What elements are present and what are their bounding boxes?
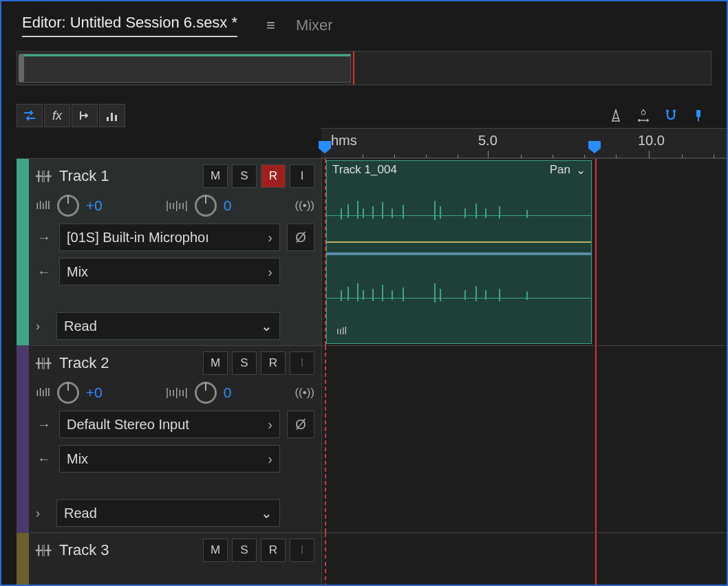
chevron-down-icon[interactable]: ⌄	[576, 163, 586, 177]
playhead-line[interactable]	[595, 533, 597, 585]
tab-mixer[interactable]: Mixer	[296, 17, 333, 34]
waveform-icon: ╋╫╋	[36, 358, 52, 369]
mute-button[interactable]: M	[203, 164, 228, 188]
track-list: ╋╫╋ Track 1 M S R I ılıll +0 |ıı|ıı| 0 (…	[17, 158, 727, 585]
timeline-overview[interactable]	[17, 51, 711, 85]
track-controls: ╋╫╋ Track 2 M S R I ılıll +0 |ıı|ıı| 0 (…	[29, 346, 321, 532]
hamburger-icon[interactable]: ≡	[266, 17, 275, 34]
selection-start-line	[325, 346, 326, 532]
pan-envelope[interactable]	[327, 252, 591, 255]
fx-icon[interactable]: fx	[44, 104, 70, 127]
svg-rect-4	[696, 110, 700, 117]
output-select[interactable]: Mix›	[59, 445, 280, 473]
monitor-input-button[interactable]: I	[290, 164, 314, 188]
track-toolbar: fx	[17, 102, 711, 129]
volume-scale-icon: ılıll	[36, 386, 50, 400]
solo-button[interactable]: S	[232, 164, 257, 188]
panel-tabs: Editor: Untitled Session 6.sesx * ≡ Mixe…	[1, 1, 727, 43]
output-select[interactable]: Mix›	[59, 258, 280, 285]
playhead-line[interactable]	[595, 159, 597, 345]
svg-point-3	[641, 111, 645, 115]
track-color-bar[interactable]	[17, 159, 29, 345]
audio-clip[interactable]: Track 1_004 Pan ⌄ ııIl	[326, 160, 592, 344]
chevron-right-icon: ›	[268, 417, 272, 433]
sends-icon[interactable]	[72, 104, 98, 127]
ruler-tick-10: 10.0	[638, 133, 665, 149]
automation-mode-select[interactable]: Read⌄	[56, 312, 280, 340]
volume-value[interactable]: +0	[86, 197, 103, 214]
solo-button[interactable]: S	[232, 539, 257, 562]
ruler-unit: hms	[331, 133, 357, 149]
ruler-tick-5: 5.0	[478, 133, 497, 149]
playhead-pin-icon[interactable]	[685, 104, 711, 127]
overview-handle-left[interactable]	[19, 54, 24, 82]
mute-button[interactable]: M	[203, 351, 228, 375]
pan-value[interactable]: 0	[224, 197, 232, 214]
overview-playhead[interactable]	[353, 52, 354, 85]
svg-rect-0	[107, 117, 109, 121]
volume-value[interactable]: +0	[86, 384, 103, 401]
input-arrow-icon: →	[36, 417, 52, 433]
solo-button[interactable]: S	[232, 351, 257, 375]
monitor-input-button[interactable]: I	[290, 539, 314, 562]
track-color-bar[interactable]	[17, 346, 29, 532]
arm-record-button[interactable]: R	[261, 164, 286, 188]
volume-envelope[interactable]	[327, 241, 591, 243]
volume-scale-icon: ılıll	[36, 199, 50, 213]
pan-knob[interactable]	[195, 382, 217, 404]
playhead-line[interactable]	[595, 346, 597, 532]
clip-name: Track 1_004	[332, 163, 397, 177]
inputs-outputs-icon[interactable]	[17, 104, 43, 127]
track-content[interactable]	[321, 346, 727, 532]
clip-menu-label[interactable]: Pan	[550, 163, 570, 177]
phase-button[interactable]: Ø	[287, 411, 314, 438]
input-select[interactable]: [01S] Built-in Microphoı›	[59, 224, 280, 251]
selection-start-line	[325, 533, 326, 585]
waveform-icon: ╋╫╋	[36, 171, 52, 182]
output-arrow-icon: ←	[36, 264, 52, 280]
monitor-input-button[interactable]: I	[290, 351, 314, 375]
pan-scale-icon: |ıı|ıı|	[166, 199, 188, 213]
track-name[interactable]: Track 1	[59, 167, 196, 185]
stereo-icon[interactable]: ((•))	[295, 386, 314, 400]
arm-record-button[interactable]: R	[261, 351, 286, 375]
time-ruler[interactable]: hms 5.0 10.0	[321, 128, 727, 158]
track-content[interactable]	[321, 533, 727, 585]
metronome-icon[interactable]	[603, 104, 629, 127]
phase-button[interactable]: Ø	[287, 224, 314, 251]
svg-rect-2	[115, 115, 117, 121]
expand-icon[interactable]: ›	[36, 319, 50, 334]
track-row: ╋╫╋ Track 2 M S R I ılıll +0 |ıı|ıı| 0 (…	[17, 345, 727, 532]
span-icon[interactable]	[630, 104, 656, 127]
expand-icon[interactable]: ›	[36, 506, 50, 521]
track-color-bar[interactable]	[17, 533, 29, 585]
mute-button[interactable]: M	[203, 539, 228, 562]
track-name[interactable]: Track 3	[59, 541, 196, 559]
eq-icon[interactable]	[99, 104, 125, 127]
arm-record-button[interactable]: R	[261, 539, 286, 562]
track-content[interactable]: Track 1_004 Pan ⌄ ııIl	[321, 159, 727, 345]
output-arrow-icon: ←	[36, 451, 52, 467]
chevron-right-icon: ›	[268, 264, 272, 280]
pan-knob[interactable]	[195, 195, 217, 217]
clip-volume-icon[interactable]: ııIl	[336, 325, 347, 336]
in-marker[interactable]	[319, 141, 331, 153]
tab-editor[interactable]: Editor: Untitled Session 6.sesx *	[22, 14, 237, 37]
selection-start-line	[325, 159, 326, 345]
volume-knob[interactable]	[57, 195, 79, 217]
chevron-down-icon: ⌄	[261, 318, 272, 334]
stereo-icon[interactable]: ((•))	[295, 199, 314, 213]
pan-value[interactable]: 0	[224, 384, 232, 401]
input-arrow-icon: →	[36, 230, 52, 246]
track-name[interactable]: Track 2	[59, 354, 196, 372]
overview-clip-indicator	[20, 54, 350, 56]
out-marker[interactable]	[588, 141, 601, 153]
input-select[interactable]: Default Stereo Input›	[59, 411, 280, 438]
pan-scale-icon: |ıı|ıı|	[166, 386, 188, 400]
volume-knob[interactable]	[57, 382, 79, 404]
overview-visible-range[interactable]	[19, 54, 351, 83]
chevron-right-icon: ›	[268, 230, 272, 246]
automation-mode-select[interactable]: Read⌄	[56, 499, 280, 527]
track-row: ╋╫╋ Track 3 M S R I	[17, 532, 727, 585]
snap-icon[interactable]	[658, 104, 684, 127]
